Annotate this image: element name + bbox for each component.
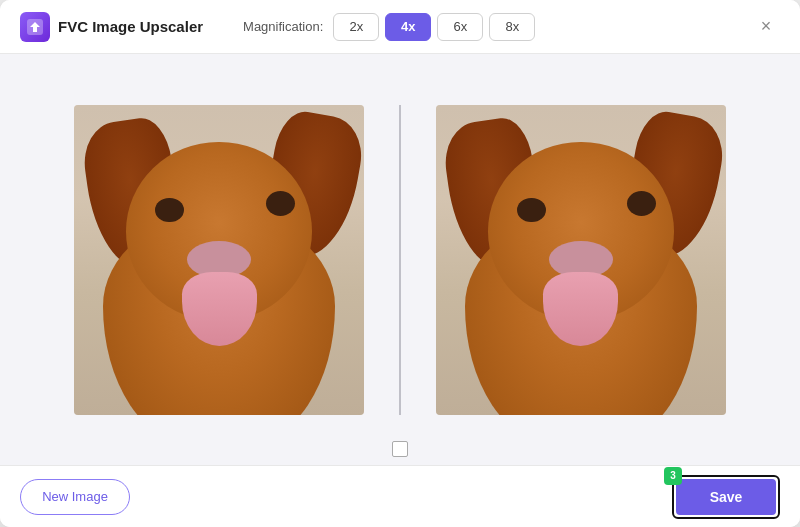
original-image [74, 105, 364, 415]
original-dog-canvas [74, 105, 364, 415]
mag-6x-button[interactable]: 6x [437, 13, 483, 41]
upscaled-dog-canvas [436, 105, 726, 415]
app-title: FVC Image Upscaler [58, 18, 203, 35]
save-button-outer: Save [672, 475, 780, 519]
close-button[interactable]: × [752, 13, 780, 41]
divider-line [399, 105, 401, 415]
magnification-buttons: 2x 4x 6x 8x [333, 13, 535, 41]
bottom-bar: New Image 3 Save [0, 465, 800, 527]
mag-8x-button[interactable]: 8x [489, 13, 535, 41]
magnification-label: Magnification: [243, 19, 323, 34]
divider-area [399, 105, 401, 415]
mag-4x-button[interactable]: 4x [385, 13, 431, 41]
right-actions: 3 Save [672, 475, 780, 519]
magnification-area: Magnification: 2x 4x 6x 8x [243, 13, 535, 41]
upscaled-image-panel [421, 105, 741, 415]
upscaled-image [436, 105, 726, 415]
logo-area: FVC Image Upscaler [20, 12, 203, 42]
main-content [0, 54, 800, 465]
save-wrapper: 3 Save [672, 475, 780, 519]
save-button[interactable]: Save [676, 479, 776, 515]
app-logo-icon [20, 12, 50, 42]
new-image-button[interactable]: New Image [20, 479, 130, 515]
header: FVC Image Upscaler Magnification: 2x 4x … [0, 0, 800, 54]
dog-eye-right [266, 191, 295, 216]
save-badge: 3 [664, 467, 682, 485]
original-image-panel [59, 105, 379, 415]
dog-eye-left-upscaled [517, 198, 546, 223]
drag-handle[interactable] [392, 441, 408, 457]
app-window: FVC Image Upscaler Magnification: 2x 4x … [0, 0, 800, 527]
mag-2x-button[interactable]: 2x [333, 13, 379, 41]
